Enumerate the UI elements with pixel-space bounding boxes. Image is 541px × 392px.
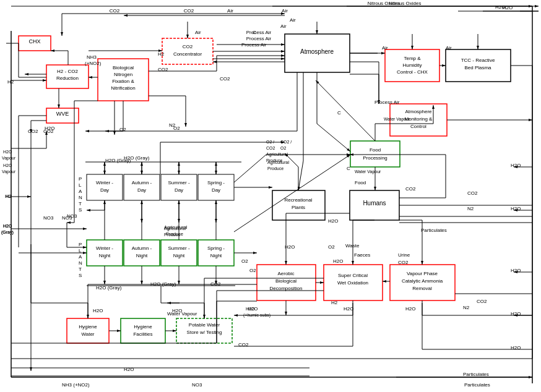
h2o-wve-label: H2O [45, 126, 54, 131]
svg-text:Produce: Produce [267, 166, 283, 171]
food-processing-box [350, 141, 400, 167]
h2o-potable-label: H2O [172, 308, 182, 313]
svg-text:Day: Day [137, 187, 146, 193]
svg-text:A: A [79, 189, 82, 194]
super-critical-label: Super Critical [338, 273, 368, 278]
h2o-right-label: H2O [511, 163, 521, 168]
nh3-no2-top-label: NH3 [87, 54, 97, 60]
svg-text:Humidity: Humidity [402, 62, 422, 68]
food-processing-label: Food [370, 147, 381, 153]
h2o-right-label2: H2O [511, 206, 521, 211]
urine-label: Urine [398, 252, 410, 258]
h2o-bottom-label: H2O [124, 367, 134, 372]
svg-text:N: N [79, 195, 82, 200]
svg-text:Nitrification: Nitrification [111, 85, 136, 91]
svg-text:(+NO2): (+NO2) [85, 61, 102, 66]
co2-top-label: CO2 [110, 8, 120, 14]
c-label: C [347, 166, 350, 171]
c-food-label: C [337, 110, 341, 116]
h2o-gray-top-label: H2O (Gray) [124, 155, 150, 161]
svg-text:Wet Oxidation: Wet Oxidation [337, 280, 368, 286]
c-label2: C [253, 30, 256, 35]
svg-text:Water: Water [81, 331, 94, 337]
autumn-night-label: Autumn - [132, 245, 152, 251]
h2o-right-label5: H2O [511, 345, 521, 351]
air-tcc-label: Air [446, 45, 452, 51]
svg-text:Control: Control [410, 124, 426, 129]
waste-label: Waste [345, 243, 360, 249]
n2-right-label: N2 [467, 206, 474, 211]
faeces-label: Faeces [354, 252, 370, 258]
plants-night-label: P [79, 242, 82, 247]
h2o-humic-label: H2O [246, 307, 255, 311]
co2-left-text: CO2 [28, 129, 38, 134]
svg-text:Vapour: Vapour [2, 169, 16, 174]
svg-text:Processing: Processing [363, 155, 387, 161]
bio-nitrogen-label: Biological [113, 65, 134, 70]
process-air-label2: Process Air [246, 36, 272, 41]
hygiene-water-box [67, 318, 109, 343]
water-vapour-food-label: Water Vapour [384, 117, 410, 122]
h2-co2-conc-label: H2 [158, 51, 165, 57]
svg-text:Concentrator: Concentrator [173, 51, 202, 57]
spring-day-label: Spring - [207, 180, 225, 185]
svg-text:Plants: Plants [292, 205, 305, 210]
water-vapour-mid-label: Water Vapour [355, 169, 381, 174]
svg-text:A: A [79, 254, 82, 260]
vapour-phase-label: Vapour Phase [407, 271, 438, 276]
svg-text:Day: Day [212, 187, 220, 193]
svg-text:Nitrogen: Nitrogen [114, 72, 132, 77]
atmosphere-label: Atmosphere [300, 48, 334, 55]
svg-text:Catalytic Ammonia: Catalytic Ammonia [402, 278, 443, 284]
svg-text:Day: Day [100, 187, 109, 193]
air-temp-label: Air [382, 45, 388, 51]
diagram-container: CHX H2 - CO2 Reduction WVE Biological Ni… [0, 0, 541, 392]
particulates-mid-label: Particulates [421, 228, 447, 233]
process-air-atm-label: Process Air [374, 100, 400, 105]
h2o-vapour-out-label: H2O [405, 306, 415, 312]
svg-text:Night: Night [173, 253, 185, 258]
svg-text:S: S [79, 273, 82, 278]
svg-text:Biological: Biological [275, 278, 296, 284]
h2o-right-label3: H2O [511, 268, 521, 273]
svg-text:Day: Day [175, 187, 183, 193]
humans-label: Humans [363, 200, 386, 207]
h2o-top-line-label: H2O [495, 4, 505, 10]
svg-text:Night: Night [136, 253, 148, 258]
h2o-vapour-left-text: H2O [3, 150, 12, 154]
svg-text:L: L [79, 182, 82, 188]
h2o-hygiene-label: H2O [93, 308, 103, 313]
h2o-rec-plants-label: H2O [328, 218, 338, 224]
co2-conc-label: CO2 [158, 67, 168, 72]
svg-text:Night: Night [99, 253, 111, 258]
plants-day-label: P [79, 176, 82, 182]
agri-produce-mid-label: Agricultural [164, 224, 188, 230]
h2o-gray-side-text: H2O [3, 224, 12, 228]
winter-night-label: Winter - [96, 245, 113, 251]
air-top-label2: Air [282, 8, 288, 14]
recreational-plants-label: Recreational [285, 197, 313, 203]
tcc-label: TCC - Reactive [461, 58, 495, 63]
air-co2-conc-label: Air [195, 30, 201, 35]
o2-night-label: O2 [241, 258, 248, 264]
svg-text:T: T [79, 266, 82, 272]
svg-text:S: S [79, 207, 82, 213]
svg-text:Fixation &: Fixation & [112, 79, 134, 84]
nh3-no2-bottom-label: NH3 (+NO2) [62, 382, 90, 388]
no3-left-text: NO3 [62, 215, 72, 221]
hygiene-facilities-box [121, 318, 165, 343]
svg-text:O2: O2 [280, 146, 286, 150]
air-atm-label: Air [280, 23, 287, 29]
air-atm-top-label: Air [290, 17, 296, 23]
hygiene-water-label: Hygiene [79, 324, 97, 330]
co2-bio-label: CO2 [220, 76, 230, 82]
co2-top-label2: CO2 [184, 8, 194, 14]
h2-co2-label: H2 - CO2 [57, 69, 78, 74]
svg-text:Removal: Removal [412, 286, 432, 291]
systems-diagram: CHX H2 - CO2 Reduction WVE Biological Ni… [0, 0, 541, 392]
chx-label: CHX [28, 38, 40, 45]
process-air-label: Process Air [246, 30, 272, 35]
air-top-label: Air [227, 8, 233, 14]
svg-text:Reduction: Reduction [56, 75, 79, 81]
co2-right-label: CO2 [467, 190, 478, 196]
